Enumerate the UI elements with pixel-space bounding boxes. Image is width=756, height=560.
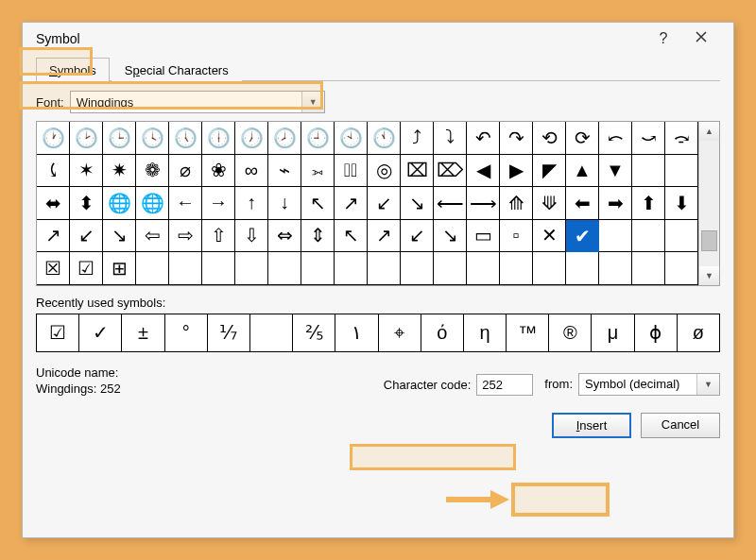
recent-symbol-cell[interactable]: ☑	[37, 314, 79, 352]
symbol-cell[interactable]: 🕖	[235, 122, 268, 155]
symbol-cell[interactable]: ↖	[301, 187, 335, 220]
symbol-cell[interactable]: ⤻	[632, 122, 665, 155]
chevron-down-icon[interactable]: ▼	[696, 374, 719, 395]
symbol-cell[interactable]: ↙	[368, 187, 401, 220]
scroll-down-icon[interactable]: ▼	[699, 266, 719, 285]
recent-symbol-cell[interactable]: ⌖	[379, 314, 421, 352]
symbol-cell[interactable]: 🕒	[103, 122, 136, 155]
symbol-cell[interactable]: ↗	[335, 187, 368, 220]
symbol-cell[interactable]: ▶	[500, 155, 533, 188]
symbol-cell[interactable]: ⌀	[169, 155, 202, 188]
recent-symbol-cell[interactable]: ١	[335, 314, 378, 352]
tab-symbols[interactable]: Symbols	[36, 58, 110, 81]
from-select[interactable]: Symbol (decimal) ▼	[578, 373, 720, 396]
symbol-cell[interactable]: ❁	[136, 155, 169, 188]
symbol-cell[interactable]: ↘	[401, 187, 434, 220]
symbol-cell[interactable]: 🕐	[37, 122, 70, 155]
symbol-cell[interactable]: ▲	[566, 155, 599, 188]
symbol-cell[interactable]: ⌦	[434, 155, 467, 188]
symbol-cell[interactable]: ✕	[533, 220, 566, 253]
recent-symbol-cell[interactable]: °	[165, 314, 208, 352]
symbol-cell[interactable]: ↑	[235, 187, 268, 220]
recent-symbol-cell[interactable]: ®	[549, 314, 592, 352]
symbol-cell[interactable]: ✶	[70, 155, 103, 188]
symbol-cell[interactable]: ⇔	[268, 220, 301, 253]
symbol-cell[interactable]: ↷	[500, 122, 533, 155]
symbol-cell[interactable]: ←	[169, 187, 202, 220]
symbol-cell[interactable]: ⌀⃠	[335, 155, 368, 188]
symbol-cell[interactable]: ▫	[500, 220, 533, 253]
symbol-cell[interactable]: ⇕	[301, 220, 335, 253]
symbol-cell[interactable]: ⇧	[202, 220, 235, 253]
symbol-cell[interactable]: ⬅	[566, 187, 599, 220]
symbol-cell[interactable]: ◎	[368, 155, 401, 188]
recent-symbol-cell[interactable]: μ	[592, 314, 634, 352]
symbol-cell[interactable]: ⬆	[632, 187, 665, 220]
recent-symbol-cell[interactable]: ⅐	[208, 314, 250, 352]
symbol-cell[interactable]: 🕘	[301, 122, 335, 155]
symbol-cell[interactable]: ↘	[434, 220, 467, 253]
symbol-cell[interactable]: ☑	[70, 252, 103, 285]
symbol-cell[interactable]: ➡	[599, 187, 632, 220]
symbol-cell[interactable]: ⟱	[533, 187, 566, 220]
help-button[interactable]: ?	[644, 30, 682, 47]
symbol-cell[interactable]: ⌧	[401, 155, 434, 188]
scroll-thumb[interactable]	[701, 230, 717, 251]
recent-symbol-cell[interactable]: ό	[421, 314, 464, 352]
recent-symbol-cell[interactable]: ø	[678, 314, 720, 352]
close-button[interactable]	[682, 30, 720, 47]
symbol-cell[interactable]: 🕓	[136, 122, 169, 155]
symbol-cell[interactable]: ⇨	[169, 220, 202, 253]
symbol-cell[interactable]: ↓	[268, 187, 301, 220]
symbol-cell[interactable]: ↙	[70, 220, 103, 253]
symbol-cell[interactable]: ↖	[335, 220, 368, 253]
symbol-cell[interactable]: ✔	[566, 220, 599, 253]
symbol-cell[interactable]: ❀	[202, 155, 235, 188]
symbol-cell[interactable]: ↶	[467, 122, 500, 155]
symbol-cell[interactable]: ⟕	[301, 155, 335, 188]
scroll-track[interactable]	[699, 141, 719, 266]
symbol-cell[interactable]: ↙	[401, 220, 434, 253]
symbol-cell[interactable]: ◀	[467, 155, 500, 188]
symbol-cell[interactable]: ⤵	[434, 122, 467, 155]
symbol-cell[interactable]: 🌐	[103, 187, 136, 220]
symbol-cell[interactable]: ⟶	[467, 187, 500, 220]
recent-symbol-cell[interactable]: η	[464, 314, 507, 352]
symbol-cell[interactable]: ↘	[103, 220, 136, 253]
char-code-input[interactable]	[476, 374, 533, 396]
font-select[interactable]: Wingdings ▼	[70, 91, 325, 113]
symbol-cell[interactable]: ⤹	[37, 155, 70, 188]
symbol-cell[interactable]: ⬍	[70, 187, 103, 220]
grid-scrollbar[interactable]: ▲ ▼	[698, 122, 719, 285]
symbol-cell[interactable]: ⤴	[401, 122, 434, 155]
symbol-cell[interactable]: ⟲	[533, 122, 566, 155]
symbol-cell[interactable]: ⟳	[566, 122, 599, 155]
symbol-cell[interactable]: ∞	[235, 155, 268, 188]
symbol-cell[interactable]: 🕔	[169, 122, 202, 155]
symbol-cell[interactable]: ↗	[368, 220, 401, 253]
recent-symbol-cell[interactable]: ✓	[79, 314, 122, 352]
symbol-cell[interactable]: 🕕	[202, 122, 235, 155]
chevron-down-icon[interactable]: ▼	[301, 92, 324, 112]
scroll-up-icon[interactable]: ▲	[699, 122, 719, 141]
recent-symbol-cell[interactable]: ⅖	[293, 314, 335, 352]
symbol-cell[interactable]: ⊞	[103, 252, 136, 285]
recent-symbol-cell[interactable]: ™	[507, 314, 549, 352]
symbol-cell[interactable]: ⬌	[37, 187, 70, 220]
symbol-cell[interactable]: 🕙	[335, 122, 368, 155]
symbol-cell[interactable]: ◤	[533, 155, 566, 188]
symbol-cell[interactable]: ⟵	[434, 187, 467, 220]
insert-button[interactable]: Insert	[552, 413, 631, 438]
symbol-cell[interactable]: ⤼	[665, 122, 698, 155]
recent-symbol-cell[interactable]: ɸ	[635, 314, 678, 352]
symbol-cell[interactable]: →	[202, 187, 235, 220]
symbol-cell[interactable]: ▭	[467, 220, 500, 253]
symbol-cell[interactable]: ☒	[37, 252, 70, 285]
tab-special-characters[interactable]: Special Characters	[112, 58, 242, 81]
symbol-cell[interactable]: ✷	[103, 155, 136, 188]
recent-symbol-cell[interactable]: ±	[122, 314, 164, 352]
symbol-cell[interactable]: ⇦	[136, 220, 169, 253]
symbol-cell[interactable]: 🕑	[70, 122, 103, 155]
symbol-cell[interactable]: ⬇	[665, 187, 698, 220]
symbol-cell[interactable]: ⇩	[235, 220, 268, 253]
